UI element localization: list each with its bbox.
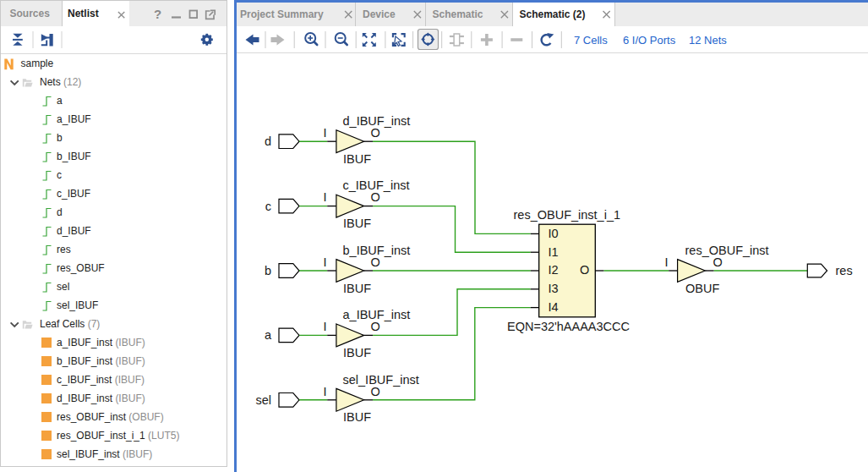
svg-text:d: d	[265, 134, 271, 148]
svg-text:O: O	[371, 320, 380, 333]
svg-text:a_IBUF_inst: a_IBUF_inst	[343, 308, 411, 321]
svg-text:I3: I3	[549, 282, 559, 295]
svg-text:c_IBUF_inst: c_IBUF_inst	[343, 178, 410, 192]
svg-text:I: I	[323, 255, 326, 269]
svg-text:res: res	[836, 264, 853, 277]
svg-text:res_OBUF_inst_i_1: res_OBUF_inst_i_1	[514, 208, 621, 222]
svg-text:IBUF: IBUF	[343, 152, 371, 166]
svg-text:I4: I4	[549, 300, 559, 314]
svg-text:O: O	[371, 385, 380, 398]
svg-text:O: O	[371, 255, 380, 269]
svg-text:IBUF: IBUF	[343, 217, 371, 230]
svg-text:O: O	[580, 263, 589, 277]
svg-text:c: c	[265, 200, 271, 213]
svg-text:I: I	[664, 255, 668, 269]
svg-text:I: I	[323, 320, 326, 333]
svg-text:res_OBUF_inst: res_OBUF_inst	[685, 244, 769, 257]
svg-text:sel_IBUF_inst: sel_IBUF_inst	[343, 373, 419, 387]
svg-text:I1: I1	[549, 245, 559, 259]
svg-text:IBUF: IBUF	[343, 346, 371, 359]
svg-text:I0: I0	[549, 227, 559, 240]
svg-text:IBUF: IBUF	[343, 410, 371, 424]
svg-text:EQN=32'hAAAA3CCC: EQN=32'hAAAA3CCC	[507, 320, 630, 333]
svg-text:I2: I2	[549, 263, 559, 277]
svg-text:sel: sel	[255, 393, 271, 407]
svg-text:I: I	[323, 190, 326, 204]
svg-text:b: b	[265, 264, 271, 277]
svg-text:OBUF: OBUF	[685, 282, 719, 295]
svg-text:IBUF: IBUF	[343, 282, 371, 295]
svg-text:I: I	[323, 126, 326, 140]
svg-text:I: I	[323, 385, 326, 398]
svg-text:O: O	[371, 126, 380, 140]
svg-text:a: a	[265, 328, 272, 342]
svg-text:O: O	[713, 255, 723, 269]
svg-text:O: O	[371, 190, 380, 204]
svg-text:d_IBUF_inst: d_IBUF_inst	[343, 114, 411, 128]
svg-text:b_IBUF_inst: b_IBUF_inst	[343, 244, 411, 257]
